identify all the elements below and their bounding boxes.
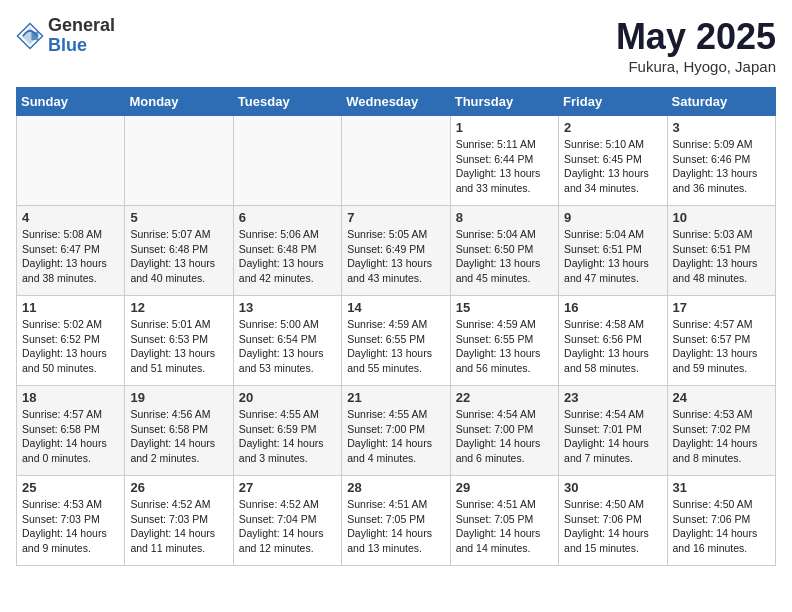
day-info: Sunrise: 4:54 AMSunset: 7:00 PMDaylight:…: [456, 407, 553, 466]
logo-general-text: General: [48, 16, 115, 36]
day-info: Sunrise: 4:51 AMSunset: 7:05 PMDaylight:…: [456, 497, 553, 556]
calendar-cell: [125, 116, 233, 206]
calendar-cell: 17Sunrise: 4:57 AMSunset: 6:57 PMDayligh…: [667, 296, 775, 386]
calendar-cell: 25Sunrise: 4:53 AMSunset: 7:03 PMDayligh…: [17, 476, 125, 566]
day-info: Sunrise: 4:55 AMSunset: 6:59 PMDaylight:…: [239, 407, 336, 466]
calendar-cell: 24Sunrise: 4:53 AMSunset: 7:02 PMDayligh…: [667, 386, 775, 476]
calendar-cell: 4Sunrise: 5:08 AMSunset: 6:47 PMDaylight…: [17, 206, 125, 296]
day-info: Sunrise: 5:07 AMSunset: 6:48 PMDaylight:…: [130, 227, 227, 286]
calendar-cell: 7Sunrise: 5:05 AMSunset: 6:49 PMDaylight…: [342, 206, 450, 296]
calendar-cell: 15Sunrise: 4:59 AMSunset: 6:55 PMDayligh…: [450, 296, 558, 386]
day-number: 17: [673, 300, 770, 315]
day-number: 11: [22, 300, 119, 315]
calendar-cell: 13Sunrise: 5:00 AMSunset: 6:54 PMDayligh…: [233, 296, 341, 386]
day-number: 23: [564, 390, 661, 405]
day-info: Sunrise: 5:08 AMSunset: 6:47 PMDaylight:…: [22, 227, 119, 286]
day-info: Sunrise: 5:04 AMSunset: 6:51 PMDaylight:…: [564, 227, 661, 286]
day-info: Sunrise: 4:52 AMSunset: 7:03 PMDaylight:…: [130, 497, 227, 556]
calendar-week-row: 11Sunrise: 5:02 AMSunset: 6:52 PMDayligh…: [17, 296, 776, 386]
calendar-week-row: 25Sunrise: 4:53 AMSunset: 7:03 PMDayligh…: [17, 476, 776, 566]
logo: General Blue: [16, 16, 115, 56]
day-info: Sunrise: 5:02 AMSunset: 6:52 PMDaylight:…: [22, 317, 119, 376]
day-number: 7: [347, 210, 444, 225]
calendar-cell: 30Sunrise: 4:50 AMSunset: 7:06 PMDayligh…: [559, 476, 667, 566]
day-number: 30: [564, 480, 661, 495]
day-number: 2: [564, 120, 661, 135]
calendar-body: 1Sunrise: 5:11 AMSunset: 6:44 PMDaylight…: [17, 116, 776, 566]
logo-text: General Blue: [48, 16, 115, 56]
day-number: 27: [239, 480, 336, 495]
day-number: 15: [456, 300, 553, 315]
day-info: Sunrise: 5:06 AMSunset: 6:48 PMDaylight:…: [239, 227, 336, 286]
day-number: 12: [130, 300, 227, 315]
weekday-header: Friday: [559, 88, 667, 116]
day-number: 1: [456, 120, 553, 135]
day-number: 31: [673, 480, 770, 495]
calendar-header: SundayMondayTuesdayWednesdayThursdayFrid…: [17, 88, 776, 116]
day-info: Sunrise: 4:59 AMSunset: 6:55 PMDaylight:…: [347, 317, 444, 376]
day-number: 9: [564, 210, 661, 225]
month-title: May 2025: [616, 16, 776, 58]
calendar-cell: 22Sunrise: 4:54 AMSunset: 7:00 PMDayligh…: [450, 386, 558, 476]
calendar-cell: 16Sunrise: 4:58 AMSunset: 6:56 PMDayligh…: [559, 296, 667, 386]
calendar-cell: 27Sunrise: 4:52 AMSunset: 7:04 PMDayligh…: [233, 476, 341, 566]
day-info: Sunrise: 5:03 AMSunset: 6:51 PMDaylight:…: [673, 227, 770, 286]
calendar-cell: 8Sunrise: 5:04 AMSunset: 6:50 PMDaylight…: [450, 206, 558, 296]
weekday-header: Wednesday: [342, 88, 450, 116]
day-number: 13: [239, 300, 336, 315]
calendar-cell: 20Sunrise: 4:55 AMSunset: 6:59 PMDayligh…: [233, 386, 341, 476]
calendar-cell: 11Sunrise: 5:02 AMSunset: 6:52 PMDayligh…: [17, 296, 125, 386]
day-info: Sunrise: 5:00 AMSunset: 6:54 PMDaylight:…: [239, 317, 336, 376]
day-number: 16: [564, 300, 661, 315]
day-info: Sunrise: 4:56 AMSunset: 6:58 PMDaylight:…: [130, 407, 227, 466]
day-number: 4: [22, 210, 119, 225]
day-info: Sunrise: 4:51 AMSunset: 7:05 PMDaylight:…: [347, 497, 444, 556]
day-number: 21: [347, 390, 444, 405]
calendar-cell: 29Sunrise: 4:51 AMSunset: 7:05 PMDayligh…: [450, 476, 558, 566]
day-info: Sunrise: 5:04 AMSunset: 6:50 PMDaylight:…: [456, 227, 553, 286]
day-info: Sunrise: 4:58 AMSunset: 6:56 PMDaylight:…: [564, 317, 661, 376]
location-subtitle: Fukura, Hyogo, Japan: [616, 58, 776, 75]
header-row: SundayMondayTuesdayWednesdayThursdayFrid…: [17, 88, 776, 116]
weekday-header: Sunday: [17, 88, 125, 116]
day-number: 14: [347, 300, 444, 315]
day-info: Sunrise: 4:50 AMSunset: 7:06 PMDaylight:…: [673, 497, 770, 556]
calendar-cell: 2Sunrise: 5:10 AMSunset: 6:45 PMDaylight…: [559, 116, 667, 206]
day-info: Sunrise: 4:57 AMSunset: 6:58 PMDaylight:…: [22, 407, 119, 466]
day-info: Sunrise: 4:54 AMSunset: 7:01 PMDaylight:…: [564, 407, 661, 466]
weekday-header: Saturday: [667, 88, 775, 116]
calendar-cell: 19Sunrise: 4:56 AMSunset: 6:58 PMDayligh…: [125, 386, 233, 476]
day-number: 5: [130, 210, 227, 225]
calendar-cell: 31Sunrise: 4:50 AMSunset: 7:06 PMDayligh…: [667, 476, 775, 566]
day-info: Sunrise: 4:50 AMSunset: 7:06 PMDaylight:…: [564, 497, 661, 556]
calendar-cell: 9Sunrise: 5:04 AMSunset: 6:51 PMDaylight…: [559, 206, 667, 296]
calendar-cell: [342, 116, 450, 206]
day-number: 3: [673, 120, 770, 135]
logo-blue-text: Blue: [48, 36, 115, 56]
calendar-cell: 28Sunrise: 4:51 AMSunset: 7:05 PMDayligh…: [342, 476, 450, 566]
day-number: 8: [456, 210, 553, 225]
calendar-cell: 23Sunrise: 4:54 AMSunset: 7:01 PMDayligh…: [559, 386, 667, 476]
day-info: Sunrise: 4:53 AMSunset: 7:03 PMDaylight:…: [22, 497, 119, 556]
calendar-week-row: 18Sunrise: 4:57 AMSunset: 6:58 PMDayligh…: [17, 386, 776, 476]
calendar-cell: 10Sunrise: 5:03 AMSunset: 6:51 PMDayligh…: [667, 206, 775, 296]
day-number: 29: [456, 480, 553, 495]
day-info: Sunrise: 5:11 AMSunset: 6:44 PMDaylight:…: [456, 137, 553, 196]
day-number: 25: [22, 480, 119, 495]
calendar-cell: 3Sunrise: 5:09 AMSunset: 6:46 PMDaylight…: [667, 116, 775, 206]
day-number: 20: [239, 390, 336, 405]
day-info: Sunrise: 4:55 AMSunset: 7:00 PMDaylight:…: [347, 407, 444, 466]
day-number: 18: [22, 390, 119, 405]
weekday-header: Monday: [125, 88, 233, 116]
calendar-table: SundayMondayTuesdayWednesdayThursdayFrid…: [16, 87, 776, 566]
calendar-cell: 14Sunrise: 4:59 AMSunset: 6:55 PMDayligh…: [342, 296, 450, 386]
day-number: 28: [347, 480, 444, 495]
day-number: 24: [673, 390, 770, 405]
calendar-cell: [233, 116, 341, 206]
day-info: Sunrise: 5:09 AMSunset: 6:46 PMDaylight:…: [673, 137, 770, 196]
calendar-cell: 26Sunrise: 4:52 AMSunset: 7:03 PMDayligh…: [125, 476, 233, 566]
title-block: May 2025 Fukura, Hyogo, Japan: [616, 16, 776, 75]
day-info: Sunrise: 5:10 AMSunset: 6:45 PMDaylight:…: [564, 137, 661, 196]
weekday-header: Thursday: [450, 88, 558, 116]
day-number: 19: [130, 390, 227, 405]
